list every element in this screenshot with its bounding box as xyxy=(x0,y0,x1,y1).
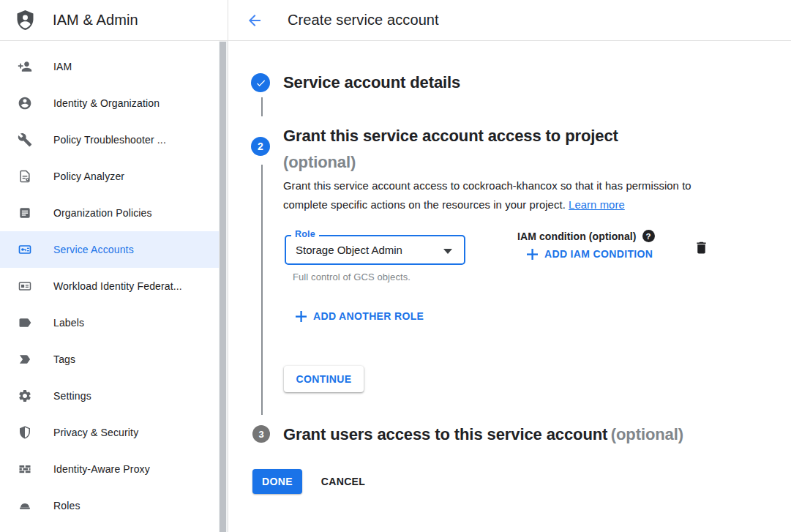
id-card-icon xyxy=(18,279,32,293)
step-connector-line xyxy=(261,165,263,415)
sidebar-nav: IAM Identity & Organization Policy Troub… xyxy=(0,48,219,524)
sidebar-item-policy-troubleshooter[interactable]: Policy Troubleshooter ... xyxy=(0,121,219,158)
product-title: IAM & Admin xyxy=(53,12,138,29)
iam-create-service-account-page: IAM & Admin Create service account IAM I… xyxy=(0,0,791,532)
step2-heading: Grant this service account access to pro… xyxy=(283,124,693,175)
step3-heading: Grant users access to this service accou… xyxy=(283,425,766,444)
tag-arrow-icon xyxy=(18,352,32,367)
sidebar-item-service-accounts[interactable]: Service Accounts xyxy=(0,231,219,268)
sidebar-item-label: Settings xyxy=(53,390,91,402)
wrench-icon xyxy=(18,132,32,147)
continue-button[interactable]: CONTINUE xyxy=(284,366,364,392)
step2-number-badge: 2 xyxy=(251,137,270,156)
step2-description: Grant this service account access to coc… xyxy=(283,177,722,214)
sidebar-scrollbar-thumb[interactable] xyxy=(220,42,226,532)
dropdown-caret-icon xyxy=(443,249,452,254)
iam-condition-header: IAM condition (optional) ? xyxy=(517,230,655,242)
learn-more-link[interactable]: Learn more xyxy=(569,199,625,211)
sidebar-item-roles[interactable]: Roles xyxy=(0,487,219,524)
done-button[interactable]: DONE xyxy=(252,469,302,494)
help-icon-glyph: ? xyxy=(646,232,651,241)
role-select[interactable]: Storage Object Admin xyxy=(285,235,465,265)
sidebar-item-identity-aware-proxy[interactable]: Identity-Aware Proxy xyxy=(0,451,219,487)
sidebar-item-settings[interactable]: Settings xyxy=(0,378,219,414)
add-another-role-label: ADD ANOTHER ROLE xyxy=(313,310,424,322)
step3-optional-label: (optional) xyxy=(611,425,683,443)
shield-half-icon xyxy=(18,425,32,440)
add-iam-condition-label: ADD IAM CONDITION xyxy=(544,248,653,260)
header-divider xyxy=(0,40,791,41)
step3-number: 3 xyxy=(258,429,263,440)
cancel-button-label: CANCEL xyxy=(321,476,365,487)
step2-title: Grant this service account access to pro… xyxy=(283,127,618,145)
step2-description-text: Grant this service account access to coc… xyxy=(283,180,691,211)
plus-icon xyxy=(527,249,538,260)
step3-title: Grant users access to this service accou… xyxy=(283,425,607,443)
sidebar-item-label: Labels xyxy=(53,317,84,329)
role-field-label: Role xyxy=(291,229,319,239)
page-title: Create service account xyxy=(288,12,439,29)
sidebar-item-workload-identity-federation[interactable]: Workload Identity Federat... xyxy=(0,268,219,304)
continue-button-label: CONTINUE xyxy=(296,373,352,385)
sidebar-divider xyxy=(228,0,228,532)
sidebar-item-label: Workload Identity Federat... xyxy=(53,280,182,292)
sidebar-item-label: Roles xyxy=(53,500,80,512)
done-button-label: DONE xyxy=(262,476,293,487)
sidebar-item-iam[interactable]: IAM xyxy=(0,48,219,85)
label-tag-icon xyxy=(18,315,32,330)
hat-icon xyxy=(18,498,32,513)
cancel-button[interactable]: CANCEL xyxy=(315,469,371,494)
sidebar-item-label: Identity-Aware Proxy xyxy=(53,463,150,475)
add-iam-condition-button[interactable]: ADD IAM CONDITION xyxy=(527,248,653,260)
iam-condition-label: IAM condition (optional) xyxy=(517,231,637,242)
sidebar-item-organization-policies[interactable]: Organization Policies xyxy=(0,195,219,231)
sidebar-item-label: Tags xyxy=(53,353,75,365)
sidebar-item-labels[interactable]: Labels xyxy=(0,304,219,341)
sidebar-item-label: Organization Policies xyxy=(53,207,152,219)
sidebar-item-policy-analyzer[interactable]: Policy Analyzer xyxy=(0,158,219,195)
role-select-value: Storage Object Admin xyxy=(296,244,402,256)
step1-title: Service account details xyxy=(283,73,460,92)
step3-number-badge: 3 xyxy=(252,425,270,443)
iam-admin-shield-logo-icon xyxy=(14,9,37,31)
step2-number: 2 xyxy=(258,141,263,152)
page-header: Create service account xyxy=(228,0,791,40)
sidebar-item-identity-organization[interactable]: Identity & Organization xyxy=(0,85,219,121)
sidebar-scrollbar[interactable] xyxy=(219,41,228,532)
policy-document-icon xyxy=(18,169,32,184)
add-another-role-button[interactable]: ADD ANOTHER ROLE xyxy=(296,310,424,322)
role-helper-text: Full control of GCS objects. xyxy=(293,271,411,282)
sidebar-item-tags[interactable]: Tags xyxy=(0,341,219,378)
sidebar-item-label: Policy Troubleshooter ... xyxy=(53,134,166,146)
step2-optional-label: (optional) xyxy=(283,150,693,175)
service-account-badge-icon xyxy=(18,242,32,257)
sidebar-item-label: Policy Analyzer xyxy=(53,171,124,182)
plus-icon xyxy=(296,311,307,322)
delete-role-trash-icon[interactable] xyxy=(694,240,709,258)
sidebar-item-privacy-security[interactable]: Privacy & Security xyxy=(0,414,219,451)
sidebar-item-label: Service Accounts xyxy=(53,244,134,255)
sidebar-item-label: Privacy & Security xyxy=(53,427,138,438)
person-add-icon xyxy=(18,59,32,74)
sidebar-item-label: Identity & Organization xyxy=(53,97,160,109)
proxy-stripes-icon xyxy=(18,462,32,476)
sidebar-item-label: IAM xyxy=(53,61,72,72)
gear-icon xyxy=(18,389,32,403)
sidebar-header: IAM & Admin xyxy=(0,0,219,40)
document-lines-icon xyxy=(18,206,32,220)
back-arrow-icon[interactable] xyxy=(245,11,264,30)
step1-completed-check-icon xyxy=(251,73,270,92)
help-icon[interactable]: ? xyxy=(642,230,655,242)
account-circle-icon xyxy=(18,96,32,110)
step-connector-line xyxy=(261,97,263,116)
